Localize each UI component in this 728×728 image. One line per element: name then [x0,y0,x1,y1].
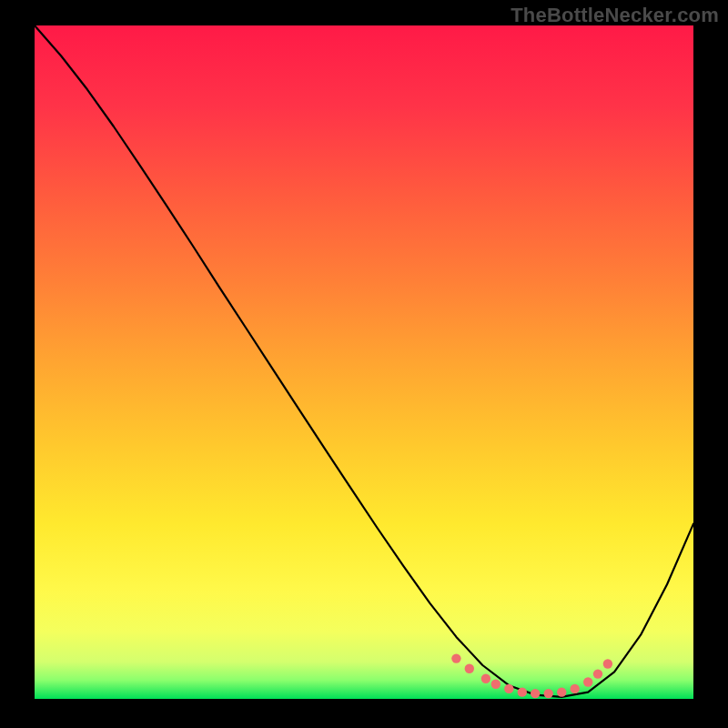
marker-dot [481,674,490,683]
marker-dot [593,669,602,678]
plot-area [35,25,693,699]
gradient-background [35,25,693,699]
marker-dot [571,684,580,693]
chart-svg [35,25,693,699]
marker-dot [531,689,540,698]
marker-dot [451,653,460,662]
marker-dot [557,687,566,696]
marker-dot [603,659,612,668]
watermark-text: TheBottleNecker.com [511,4,719,27]
marker-dot [504,684,513,693]
marker-dot [544,689,553,698]
marker-dot [491,680,500,689]
chart-container: TheBottleNecker.com [0,0,728,728]
marker-dot [583,677,592,686]
marker-dot [518,687,527,696]
marker-dot [465,664,474,673]
